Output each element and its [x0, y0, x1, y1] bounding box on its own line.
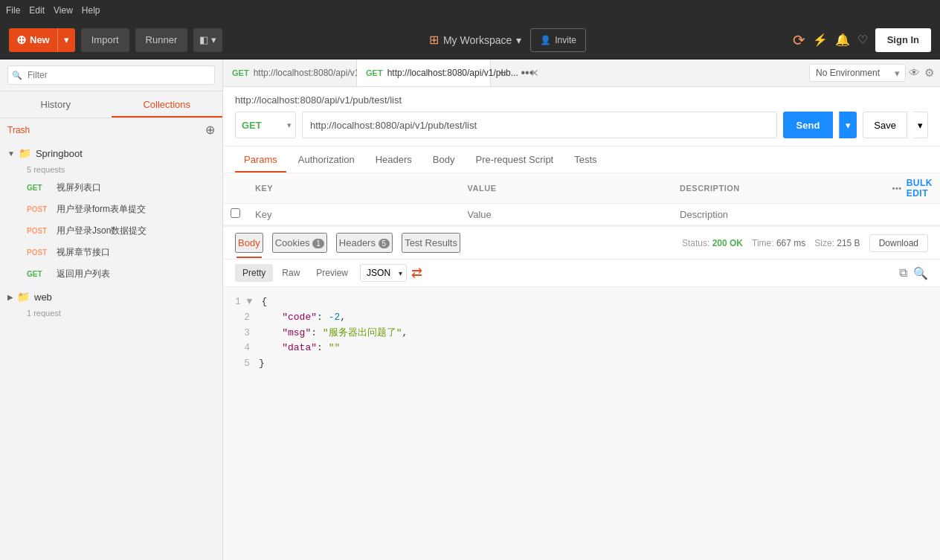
collection-web: ▶ 📁 web 1 request [0, 285, 222, 321]
params-value-header: VALUE [460, 173, 673, 204]
params-check-header [223, 173, 248, 204]
method-post-badge: POST [27, 248, 54, 257]
request-item[interactable]: POST 视屏章节接口 [0, 242, 222, 263]
params-table: KEY VALUE DESCRIPTION ••• Bulk Edit [223, 173, 940, 225]
request-item[interactable]: GET 视屏列表口 [0, 177, 222, 199]
sync-icon[interactable]: ⟳ [793, 31, 805, 49]
filter-input[interactable] [7, 65, 215, 85]
res-tab-body[interactable]: Body [235, 233, 263, 253]
save-dropdown-button[interactable]: ▾ [913, 112, 928, 138]
request-item[interactable]: GET 返回用户列表 [0, 263, 222, 285]
collection-web-name: web [34, 292, 52, 303]
trash-button[interactable]: Trash [7, 125, 30, 135]
camera-icon: ◧ [199, 34, 208, 45]
request-name: 视屏列表口 [57, 181, 101, 194]
heart-icon[interactable]: ♡ [857, 33, 868, 47]
req-tab-tests[interactable]: Tests [565, 147, 605, 173]
collection-arrow-collapsed-icon: ▶ [7, 293, 13, 301]
tab-collections[interactable]: Collections [112, 91, 223, 118]
tab-history[interactable]: History [0, 91, 112, 118]
workspace-label: My Workspace [443, 34, 512, 46]
menu-view[interactable]: View [54, 5, 73, 16]
params-key-input[interactable] [255, 209, 453, 220]
req-tab-headers[interactable]: Headers [367, 147, 421, 173]
send-dropdown-button[interactable]: ▾ [839, 112, 857, 138]
url-area: http://localhost:8080/api/v1/pub/test/li… [223, 87, 940, 147]
url-input[interactable] [302, 112, 777, 138]
req-tab-pre-request[interactable]: Pre-request Script [466, 147, 562, 173]
capture-button[interactable]: ◧ ▾ [193, 28, 222, 52]
line-number-1[interactable]: 1 ▼ [235, 295, 252, 310]
download-button[interactable]: Download [869, 234, 928, 252]
format-pretty[interactable]: Pretty [235, 264, 273, 282]
line-number-2: 2 [235, 310, 250, 326]
env-icons: 👁 ⚙ [909, 66, 934, 80]
new-dropdown-arrow[interactable]: ▾ [57, 28, 75, 52]
response-section: Body Cookies 1 Headers 5 Test Results St… [223, 226, 940, 560]
code-content-2: "code": -2, [259, 310, 928, 326]
interceptor-icon[interactable]: ⚡ [813, 33, 828, 47]
sidebar-actions: Trash ⊕ [0, 118, 222, 141]
wrap-toggle-button[interactable]: ⇄ [411, 265, 422, 281]
request-name: 用户登录Json数据提交 [57, 225, 147, 237]
sidebar-tabs: History Collections [0, 91, 222, 118]
bulk-edit-button[interactable]: Bulk Edit [907, 178, 933, 199]
params-key-header: KEY [248, 173, 460, 204]
params-checkbox[interactable] [231, 208, 240, 218]
method-select[interactable]: GET POST PUT DELETE [235, 112, 296, 138]
request-item[interactable]: POST 用户登录Json数据提交 [0, 220, 222, 242]
menu-edit[interactable]: Edit [29, 5, 45, 16]
format-preview[interactable]: Preview [309, 264, 355, 282]
method-selector-wrap: GET POST PUT DELETE [235, 112, 296, 138]
menu-file[interactable]: File [6, 5, 20, 16]
request-name: 用户登录form表单提交 [57, 203, 146, 216]
more-options-icon[interactable]: ••• [892, 184, 902, 193]
import-button[interactable]: Import [81, 28, 129, 52]
res-tab-test-results[interactable]: Test Results [402, 233, 460, 253]
save-button[interactable]: Save [863, 112, 907, 138]
send-button[interactable]: Send [783, 112, 834, 138]
request-name: 视屏章节接口 [57, 246, 110, 259]
collection-springboot: ▼ 📁 Springboot 5 requests GET 视屏列表口 POST… [0, 141, 222, 285]
format-raw[interactable]: Raw [274, 264, 307, 282]
collection-web-header[interactable]: ▶ 📁 web [0, 285, 222, 309]
code-line-1: 1 ▼ { [235, 295, 928, 310]
toolbar: ⊕ New ▾ Import Runner ◧ ▾ ⊞ My Workspace… [0, 21, 940, 59]
tabs-bar: GET http://localhost:8080/api/v1/pub... … [223, 59, 940, 87]
menu-help[interactable]: Help [82, 5, 100, 16]
signin-button[interactable]: Sign In [875, 28, 931, 52]
eye-icon[interactable]: 👁 [909, 66, 920, 80]
params-section: KEY VALUE DESCRIPTION ••• Bulk Edit [223, 173, 940, 226]
environment-select[interactable]: No Environment [809, 64, 906, 82]
add-tab-button[interactable]: + [491, 65, 514, 81]
more-tabs-button[interactable]: ••• [514, 66, 541, 80]
params-row-empty [223, 204, 940, 225]
params-actions-header: ••• Bulk Edit [885, 173, 940, 204]
collection-springboot-header[interactable]: ▼ 📁 Springboot [0, 141, 222, 165]
workspace-button[interactable]: ⊞ My Workspace ▾ [429, 33, 521, 47]
params-value-input[interactable] [468, 209, 666, 220]
invite-button[interactable]: 👤 Invite [530, 28, 586, 52]
search-response-icon[interactable]: 🔍 [913, 266, 928, 280]
request-item[interactable]: POST 用户登录form表单提交 [0, 199, 222, 220]
new-collection-button[interactable]: ⊕ [205, 123, 215, 137]
collection-count: 5 requests [0, 165, 222, 177]
size-label: Size: 215 B [814, 238, 860, 248]
settings-icon[interactable]: ⚙ [924, 66, 934, 80]
method-post-badge: POST [27, 205, 54, 213]
req-tab-params[interactable]: Params [235, 147, 286, 173]
req-tab-authorization[interactable]: Authorization [289, 147, 364, 173]
request-tab-1[interactable]: GET http://localhost:8080/api/v1/pub... … [357, 59, 491, 86]
request-tab-0[interactable]: GET http://localhost:8080/api/v1/pub... … [223, 59, 357, 86]
res-tab-headers[interactable]: Headers 5 [336, 233, 393, 253]
format-tabs: Pretty Raw Preview JSON ⇄ ⧉ 🔍 [223, 260, 940, 287]
req-tab-body[interactable]: Body [424, 147, 464, 173]
collection-name: Springboot [36, 148, 83, 159]
res-tab-cookies[interactable]: Cookies 1 [272, 233, 327, 253]
new-button[interactable]: ⊕ New ▾ [9, 28, 75, 52]
notifications-icon[interactable]: 🔔 [835, 33, 850, 47]
format-type-select[interactable]: JSON [360, 264, 407, 282]
params-desc-input[interactable] [680, 209, 878, 220]
runner-button[interactable]: Runner [135, 28, 188, 52]
copy-icon[interactable]: ⧉ [899, 266, 907, 280]
